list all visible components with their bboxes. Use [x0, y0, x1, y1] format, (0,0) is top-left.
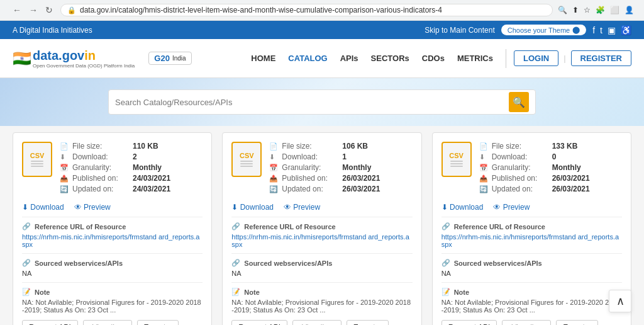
reference-url-3[interactable]: https://nrhm-mis.nic.in/hmisreports/frms…	[441, 233, 622, 248]
main-nav: HOME CATALOG APIs SECTORs CDOs METRICs L…	[246, 49, 631, 68]
logo-emblem: 🇮🇳	[13, 50, 31, 67]
logo-main: data.govin	[33, 48, 135, 63]
url-display: data.gov.in/catalog/hmis-district-level-…	[80, 6, 442, 14]
csv-icon-1: CSV	[22, 142, 52, 177]
nav-separator: |	[564, 54, 565, 63]
reference-section-1: 🔗Reference URL of Resource https://nrhm-…	[22, 217, 203, 248]
split-icon[interactable]: ⬜	[610, 6, 619, 14]
card-2: CSV 📄File size:106 KB ⬇Download:1 📅Granu…	[222, 132, 421, 325]
theme-button[interactable]: Choose your Theme ⬤	[501, 25, 586, 35]
browser-nav[interactable]: ← → ↻	[10, 4, 55, 16]
g20-badge: G20 India	[148, 52, 191, 65]
export-btn-2[interactable]: Export▾	[347, 320, 389, 325]
note-text-3: NA: Not Avilable; Provisional Figures fo…	[441, 299, 622, 314]
reference-url-2[interactable]: https://nrhm-mis.nic.in/hmisreports/frms…	[231, 233, 412, 248]
note-text-1: NA: Not Avilable; Provisional Figures fo…	[22, 299, 203, 314]
visualize-btn-2: Visualize	[292, 320, 341, 325]
sourced-section-1: 🔗Sourced webservices/APIs NA	[22, 253, 203, 277]
sourced-section-3: 🔗Sourced webservices/APIs NA	[441, 253, 622, 277]
circle-icon: ⬤	[572, 26, 580, 34]
preview-link-2[interactable]: 👁 Preview	[284, 203, 320, 212]
download-link-2[interactable]: ⬇ Download	[231, 203, 274, 212]
card-bottom-3: Request API Visualize Export▾	[441, 320, 622, 325]
register-button[interactable]: REGISTER	[571, 50, 631, 66]
search-area: 🔍	[0, 78, 644, 126]
rss-icon[interactable]: ▣	[608, 25, 616, 35]
skip-main-content[interactable]: Skip to Main Content	[425, 26, 494, 35]
card-meta-2: 📄File size:106 KB ⬇Download:1 📅Granulari…	[269, 142, 412, 195]
visualize-btn-3: Visualize	[502, 320, 551, 325]
preview-link-1[interactable]: 👁 Preview	[74, 203, 111, 212]
reference-section-2: 🔗Reference URL of Resource https://nrhm-…	[231, 217, 412, 248]
search-button[interactable]: 🔍	[509, 92, 529, 112]
csv-label-2: CSV	[240, 152, 254, 159]
sourced-apis-1: NA	[22, 270, 203, 277]
card-bottom-1: Request API Visualize Export▾	[22, 320, 203, 325]
chevron-up-icon: ∧	[616, 294, 625, 308]
share-icon[interactable]: ⬆	[572, 6, 579, 14]
csv-icon-3: CSV	[441, 142, 472, 177]
csv-label-3: CSV	[449, 152, 464, 159]
url-input[interactable]: 🔒 data.gov.in/catalog/hmis-district-leve…	[60, 4, 553, 16]
download-link-3[interactable]: ⬇ Download	[441, 203, 484, 212]
sourced-section-2: 🔗Sourced webservices/APIs NA	[231, 253, 412, 277]
request-api-btn-2[interactable]: Request API	[231, 320, 287, 325]
social-icons: f t ▣ ♿	[592, 25, 631, 35]
nav-divider	[506, 49, 506, 68]
extensions-icon[interactable]: 🧩	[596, 6, 605, 14]
request-api-btn-3[interactable]: Request API	[441, 320, 497, 325]
search-input[interactable]	[115, 98, 509, 107]
card-meta-3: 📄File size:133 KB ⬇Download:0 📅Granulari…	[479, 142, 622, 195]
nav-home[interactable]: HOME	[246, 51, 280, 66]
card-bottom-2: Request API Visualize Export▾	[231, 320, 412, 325]
top-bar: A Digital India Initiatives Skip to Main…	[0, 21, 644, 39]
nav-sectors[interactable]: SECTORs	[366, 51, 414, 66]
preview-link-3[interactable]: 👁 Preview	[493, 203, 530, 212]
note-text-2: NA: Not Avilable; Provisional Figures fo…	[231, 299, 412, 314]
facebook-icon[interactable]: f	[592, 25, 595, 35]
lock-icon: 🔒	[67, 6, 76, 14]
search-icon[interactable]: 🔍	[558, 6, 567, 14]
logo-sub: Open Government Data (OGD) Platform Indi…	[33, 63, 135, 69]
login-button[interactable]: LOGIN	[514, 50, 558, 66]
profile-icon[interactable]: 👤	[625, 6, 634, 14]
nav-catalog[interactable]: CATALOG	[283, 51, 332, 66]
csv-icon-2: CSV	[231, 142, 262, 177]
export-btn-3[interactable]: Export▾	[556, 320, 598, 325]
back-button[interactable]: ←	[10, 4, 24, 16]
card-3: CSV 📄File size:133 KB ⬇Download:0 📅Granu…	[432, 132, 631, 325]
request-api-btn-1[interactable]: Request API	[22, 320, 78, 325]
sourced-apis-3: NA	[441, 270, 622, 277]
visualize-btn-1: Visualize	[83, 320, 132, 325]
export-btn-1[interactable]: Export▾	[137, 320, 179, 325]
twitter-icon[interactable]: t	[600, 25, 602, 35]
star-icon[interactable]: ☆	[584, 6, 591, 14]
g20-label: G20	[154, 54, 170, 63]
logo: 🇮🇳 data.govin Open Government Data (OGD)…	[13, 48, 192, 69]
reference-section-3: 🔗Reference URL of Resource https://nrhm-…	[441, 217, 622, 248]
note-section-2: 📝Note NA: Not Avilable; Provisional Figu…	[231, 282, 412, 314]
cards-grid: CSV 📄File size:110 KB ⬇Download:2 📅Granu…	[13, 132, 631, 325]
note-section-3: 📝Note NA: Not Avilable; Provisional Figu…	[441, 282, 622, 314]
nav-apis[interactable]: APIs	[335, 51, 364, 66]
card-top-3: CSV 📄File size:133 KB ⬇Download:0 📅Granu…	[441, 142, 622, 195]
search-box[interactable]: 🔍	[108, 89, 536, 115]
scroll-top-button[interactable]: ∧	[609, 290, 631, 312]
url-bar: ← → ↻ 🔒 data.gov.in/catalog/hmis-distric…	[0, 0, 644, 21]
cards-area: CSV 📄File size:110 KB ⬇Download:2 📅Granu…	[0, 126, 644, 325]
accessibility-icon[interactable]: ♿	[621, 25, 631, 35]
refresh-button[interactable]: ↻	[43, 4, 55, 16]
download-link-1[interactable]: ⬇ Download	[22, 203, 64, 212]
digital-india-label: A Digital India Initiatives	[13, 26, 92, 35]
reference-url-1[interactable]: https://nrhm-mis.nic.in/hmisreports/frms…	[22, 233, 203, 248]
sourced-apis-2: NA	[231, 270, 412, 277]
note-section-1: 📝Note NA: Not Avilable; Provisional Figu…	[22, 282, 203, 314]
card-1: CSV 📄File size:110 KB ⬇Download:2 📅Granu…	[13, 132, 212, 325]
g20-sub: India	[172, 55, 186, 62]
card-top-1: CSV 📄File size:110 KB ⬇Download:2 📅Granu…	[22, 142, 203, 195]
forward-button[interactable]: →	[26, 4, 40, 16]
csv-label-1: CSV	[30, 152, 45, 159]
nav-metrics[interactable]: METRICs	[452, 51, 498, 66]
nav-cdos[interactable]: CDOs	[417, 51, 450, 66]
card-top-2: CSV 📄File size:106 KB ⬇Download:1 📅Granu…	[231, 142, 412, 195]
